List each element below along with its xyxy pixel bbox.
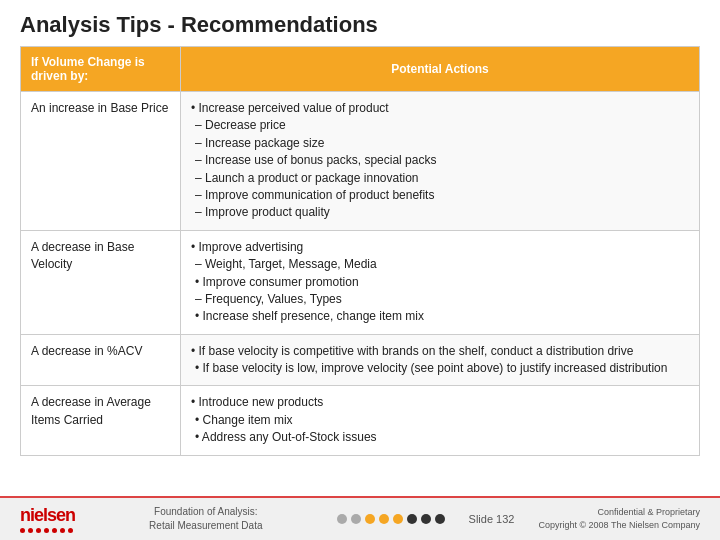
- nielsen-dots-row: [20, 528, 75, 533]
- footer-dot-1: [337, 514, 347, 524]
- dot3: [36, 528, 41, 533]
- dot5: [52, 528, 57, 533]
- page: Analysis Tips - Recommendations If Volum…: [0, 0, 720, 540]
- footer-right-line2: Copyright © 2008 The Nielsen Company: [538, 519, 700, 532]
- footer-dots: [337, 514, 445, 524]
- footer-center-line1: Foundation of Analysis:: [149, 505, 262, 519]
- col1-header: If Volume Change is driven by:: [21, 47, 181, 92]
- dot7: [68, 528, 73, 533]
- recommendations-table: If Volume Change is driven by: Potential…: [20, 46, 700, 456]
- footer: nielsen Foundation of Analysis: Retail M…: [0, 496, 720, 540]
- nielsen-logo-group: nielsen: [20, 505, 75, 533]
- slide-number: Slide 132: [469, 513, 515, 525]
- footer-left: nielsen: [20, 505, 75, 533]
- footer-dot-4: [379, 514, 389, 524]
- page-header: Analysis Tips - Recommendations: [0, 0, 720, 46]
- col2-header: Potential Actions: [181, 47, 700, 92]
- footer-dot-6: [407, 514, 417, 524]
- row-actions-2: • If base velocity is competitive with b…: [181, 334, 700, 386]
- row-actions-0: • Increase perceived value of product – …: [181, 92, 700, 231]
- footer-right: Confidential & Proprietary Copyright © 2…: [538, 506, 700, 531]
- row-actions-1: • Improve advertising – Weight, Target, …: [181, 230, 700, 334]
- dot4: [44, 528, 49, 533]
- footer-right-group: Slide 132 Confidential & Proprietary Cop…: [337, 506, 700, 531]
- row-label-3: A decrease in Average Items Carried: [21, 386, 181, 455]
- nielsen-logo: nielsen: [20, 505, 75, 526]
- dot6: [60, 528, 65, 533]
- main-content: If Volume Change is driven by: Potential…: [0, 46, 720, 496]
- footer-right-line1: Confidential & Proprietary: [538, 506, 700, 519]
- footer-dot-3: [365, 514, 375, 524]
- footer-dot-2: [351, 514, 361, 524]
- dot2: [28, 528, 33, 533]
- dot1: [20, 528, 25, 533]
- footer-dot-8: [435, 514, 445, 524]
- footer-dot-7: [421, 514, 431, 524]
- row-label-1: A decrease in Base Velocity: [21, 230, 181, 334]
- row-label-2: A decrease in %ACV: [21, 334, 181, 386]
- row-label-0: An increase in Base Price: [21, 92, 181, 231]
- footer-center: Foundation of Analysis: Retail Measureme…: [149, 505, 262, 533]
- footer-center-line2: Retail Measurement Data: [149, 519, 262, 533]
- footer-dot-5: [393, 514, 403, 524]
- row-actions-3: • Introduce new products• Change item mi…: [181, 386, 700, 455]
- page-title: Analysis Tips - Recommendations: [20, 12, 700, 38]
